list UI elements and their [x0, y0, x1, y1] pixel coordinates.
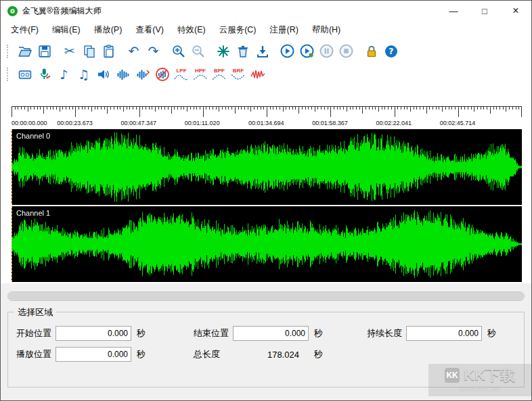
menu-item-help[interactable]: 帮助(H): [305, 22, 347, 39]
ruler-time-label: 00:01:11.020: [185, 120, 220, 126]
filter-wave-icon: [193, 74, 208, 80]
app-icon: [7, 5, 18, 17]
zoom-out-button[interactable]: [188, 42, 208, 61]
svg-text:?: ?: [389, 46, 393, 56]
speaker-icon: [96, 67, 111, 82]
minimize-button[interactable]: —: [438, 1, 469, 21]
filter-wave-icon: [174, 74, 189, 80]
paste-button[interactable]: [99, 42, 118, 61]
mic-convert-button[interactable]: [35, 65, 54, 84]
music-note-button[interactable]: ♪: [54, 65, 74, 84]
selection-start-marker[interactable]: [12, 206, 12, 282]
brf-button[interactable]: BRF: [229, 64, 248, 85]
save-button[interactable]: [35, 42, 54, 61]
undo-button[interactable]: ↶: [124, 42, 143, 61]
channel-1-label: Channel 1: [16, 209, 50, 217]
help-button[interactable]: ?: [381, 42, 401, 61]
end-position-input[interactable]: [233, 326, 309, 341]
end-position-field: 结束位置 秒: [194, 326, 367, 341]
hpf-button[interactable]: HPF: [191, 64, 210, 85]
toolbar-gripper: [7, 45, 9, 58]
duration-field: 持续长度 秒: [367, 326, 524, 341]
timeline-ruler[interactable]: 00:00:00.00000:00:23.67300:00:47.34700:0…: [12, 106, 520, 129]
filter-wave-icon: [231, 74, 246, 80]
zoom-in-icon: [171, 44, 186, 59]
open-file-button[interactable]: [15, 42, 35, 61]
menu-item-cloud[interactable]: 云服务(C): [213, 22, 263, 39]
total-length-label: 总长度: [194, 348, 233, 360]
paste-icon: [102, 44, 116, 59]
waveform-view-button[interactable]: [113, 65, 133, 84]
copy-icon: [82, 44, 97, 59]
spectrum-icon: [250, 67, 265, 82]
pause-button[interactable]: [317, 42, 336, 61]
stop-icon: [338, 43, 354, 59]
watermark-url: www.kkx.net: [434, 385, 526, 393]
zoom-in-button[interactable]: [169, 42, 188, 61]
music-notes-icon: ♫: [78, 68, 89, 81]
ruler-time-label: 00:01:34.694: [248, 120, 284, 126]
play-button[interactable]: [278, 42, 297, 61]
lpf-button[interactable]: LPF: [172, 64, 191, 85]
title-bar: 金飞翼®音频编辑大师 — □ ×: [1, 1, 531, 21]
music-note-icon: ♪: [60, 68, 68, 81]
trash-icon: [236, 44, 250, 59]
horizontal-scrollbar[interactable]: [7, 291, 525, 301]
mute-button[interactable]: [152, 65, 172, 84]
spectrum-button[interactable]: [248, 65, 267, 84]
play-file-icon: [299, 43, 315, 59]
speaker-button[interactable]: [93, 65, 113, 84]
menu-item-view[interactable]: 查看(V): [129, 22, 171, 39]
redo-button[interactable]: ↷: [143, 42, 163, 61]
bpf-button[interactable]: BPF: [210, 64, 229, 85]
lpf-icon: LPF: [176, 68, 186, 74]
play-position-label: 播放位置: [16, 348, 56, 360]
start-position-unit: 秒: [137, 327, 146, 339]
menu-item-effects[interactable]: 特效(E): [171, 22, 213, 39]
menu-item-file[interactable]: 文件(F): [4, 22, 45, 39]
menu-item-register[interactable]: 注册(R): [263, 22, 305, 39]
maximize-button[interactable]: □: [469, 1, 500, 21]
scissors-icon: ✂: [64, 45, 75, 57]
waveform-channel-1[interactable]: [12, 206, 522, 282]
play-file-button[interactable]: [297, 42, 317, 61]
export-icon: [255, 44, 270, 59]
delete-button[interactable]: [233, 42, 252, 61]
waveform-zoom-icon: [135, 67, 150, 82]
menu-item-edit[interactable]: 编辑(E): [45, 22, 87, 39]
waveform-channel-0[interactable]: [12, 129, 522, 205]
channel-1[interactable]: Channel 1: [12, 206, 520, 282]
cut-button[interactable]: ✂: [60, 42, 79, 61]
end-position-unit: 秒: [314, 327, 323, 339]
channel-0-label: Channel 0: [16, 132, 50, 140]
effects-icon: [216, 44, 231, 59]
close-button[interactable]: ×: [500, 1, 531, 21]
ruler-time-label: 00:02:22.041: [376, 120, 412, 126]
effects-button[interactable]: [213, 42, 233, 61]
pause-icon: [319, 43, 334, 59]
start-position-input[interactable]: [56, 326, 131, 341]
menu-item-play[interactable]: 播放(P): [87, 22, 129, 39]
duration-input[interactable]: [406, 326, 482, 341]
play-position-input[interactable]: [56, 347, 131, 362]
export-button[interactable]: [252, 42, 272, 61]
ruler-time-label: 00:01:58.367: [312, 120, 348, 126]
total-length-field: 总长度 178.024 秒: [194, 347, 367, 362]
copy-button[interactable]: [79, 42, 99, 61]
selection-start-marker[interactable]: [12, 129, 12, 205]
total-length-unit: 秒: [314, 348, 323, 360]
selection-groupbox-title: 选择区域: [14, 306, 56, 319]
brf-icon: BRF: [233, 68, 244, 74]
toolbar-row-2: ♪ ♫: [1, 63, 531, 86]
start-position-label: 开始位置: [16, 327, 56, 339]
lock-button[interactable]: [361, 42, 381, 61]
ruler-ticks: [12, 106, 522, 120]
record-button[interactable]: [15, 65, 35, 84]
music-notes-button[interactable]: ♫: [74, 65, 93, 84]
stop-button[interactable]: [336, 42, 356, 61]
watermark-logo: KK: [445, 368, 460, 383]
play-position-unit: 秒: [137, 348, 146, 360]
channel-0[interactable]: Channel 0: [12, 129, 520, 205]
waveform-zoom-button[interactable]: [133, 65, 152, 84]
scrollbar-thumb[interactable]: [8, 292, 524, 300]
